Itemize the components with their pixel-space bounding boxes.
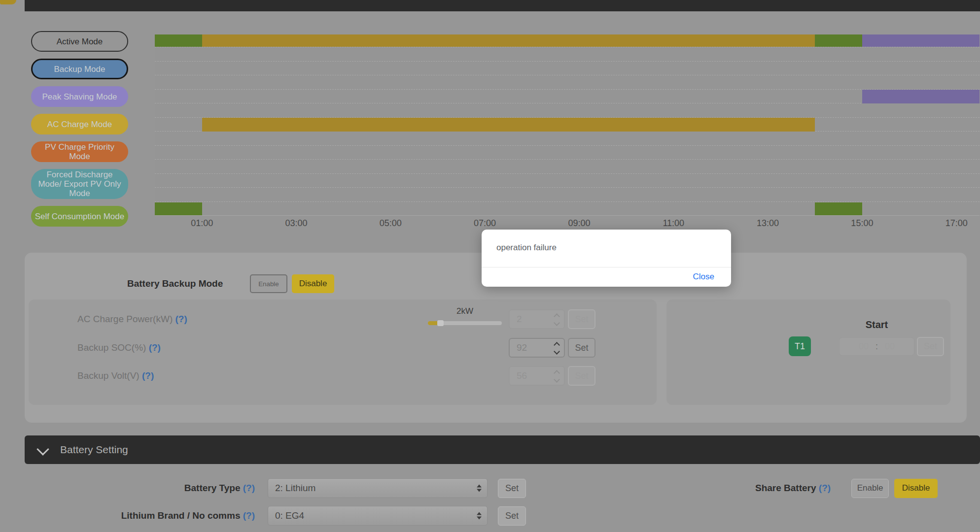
slider-value-label: 2kW [428, 306, 502, 316]
gridline [155, 61, 980, 62]
schedule-bar-self_consumption [155, 202, 202, 215]
mode-button-peak-shaving-mode[interactable]: Peak Shaving Mode [31, 86, 128, 107]
backup-volt-label: Backup Volt(V) (?) [77, 365, 154, 387]
battery-type-select[interactable]: 2: Lithium [268, 478, 488, 498]
share-battery-help-icon[interactable]: (?) [819, 483, 831, 493]
slider-fill [428, 321, 438, 325]
stepper-arrows[interactable] [552, 313, 561, 327]
slider-handle[interactable] [437, 320, 444, 326]
chevron-down-icon [36, 443, 49, 455]
gridline [155, 159, 980, 160]
schedule-bar-peak_shaving [862, 90, 980, 103]
backup-volt-help-icon[interactable]: (?) [142, 370, 154, 381]
share-battery-label: Share Battery (?) [755, 483, 831, 494]
axis-tick: 15:00 [851, 218, 873, 229]
axis-tick: 05:00 [380, 218, 402, 229]
backup-volt-row: Backup Volt(V) (?) Set [29, 365, 657, 387]
battery-setting-title: Battery Setting [60, 435, 128, 464]
lithium-brand-set-button[interactable]: Set [498, 506, 526, 526]
backup-timer-panel: Start T1 00 : 00 Set [666, 299, 950, 405]
mode-button-self-consumption-mode[interactable]: Self Consumption Mode [31, 206, 128, 227]
schedule-bar-self_consumption [155, 34, 202, 47]
lithium-brand-label: Lithium Brand / No comms (?) [25, 505, 255, 526]
backup-soc-label: Backup SOC(%) (?) [77, 337, 161, 359]
collapsed-section-header-bar[interactable] [25, 0, 980, 11]
mode-button-backup-mode[interactable]: Backup Mode [31, 59, 128, 79]
mode-button-active-mode[interactable]: Active Mode [31, 31, 128, 52]
start-time-input[interactable]: 00 : 00 [839, 337, 914, 356]
start-time-set-button[interactable]: Set [917, 337, 944, 356]
gridline [155, 75, 980, 75]
dialog-close-button[interactable]: Close [693, 272, 714, 282]
ac-charge-power-label: AC Charge Power(kW) (?) [77, 308, 187, 330]
app-page: Active Mode Backup Mode Peak Shaving Mod… [0, 0, 980, 532]
axis-tick: 13:00 [757, 218, 779, 229]
gridline [155, 89, 980, 90]
start-hour-value[interactable]: 00 [859, 341, 869, 352]
battery-setting-section-header[interactable]: Battery Setting [25, 435, 980, 464]
ac-charge-power-row: AC Charge Power(kW) (?) 2kW Set [29, 308, 657, 330]
backup-parameters-panel: AC Charge Power(kW) (?) 2kW Set Backup S… [29, 299, 657, 405]
lithium-brand-row: Lithium Brand / No comms (?) 0: EG4 Set [25, 505, 980, 527]
schedule-bar-self_consumption [815, 34, 862, 47]
mode-button-column: Active Mode Backup Mode Peak Shaving Mod… [31, 31, 128, 227]
schedule-bar-ac_charge [202, 34, 815, 47]
dialog-divider [482, 267, 731, 267]
backup-soc-row: Backup SOC(%) (?) Set [29, 337, 657, 359]
time-axis: 01:0003:0005:0007:0009:0011:0013:0015:00… [155, 218, 980, 230]
gridline [155, 145, 980, 146]
battery-type-label: Battery Type (?) [25, 478, 255, 499]
axis-tick: 09:00 [568, 218, 590, 229]
gridline [155, 103, 980, 103]
schedule-bar-peak_shaving [862, 34, 980, 47]
mode-button-forced-discharge-mode[interactable]: Forced Discharge Mode/ Export PV Only Mo… [31, 169, 128, 199]
battery-backup-enable-button[interactable]: Enable [250, 274, 287, 293]
select-arrows-icon [477, 512, 482, 520]
axis-tick: 01:00 [191, 218, 213, 229]
lithium-brand-help-icon[interactable]: (?) [243, 510, 255, 521]
gridline [155, 201, 980, 202]
schedule-bar-self_consumption [815, 202, 862, 215]
backup-soc-set-button[interactable]: Set [568, 338, 595, 358]
schedule-chart [155, 34, 980, 216]
mode-button-pv-charge-priority-mode[interactable]: PV Charge Priority Mode [31, 141, 128, 162]
start-time-title: Start [839, 319, 914, 331]
axis-tick: 11:00 [663, 218, 684, 229]
ac-charge-power-slider: 2kW [428, 308, 502, 330]
schedule-bar-ac_charge [202, 118, 815, 132]
lithium-brand-select[interactable]: 0: EG4 [268, 506, 488, 526]
time-colon: : [875, 341, 878, 352]
axis-tick: 17:00 [945, 218, 968, 229]
timer-slot-t1-badge[interactable]: T1 [789, 336, 811, 356]
select-arrows-icon [477, 485, 482, 492]
gridline [155, 173, 980, 174]
battery-backup-disable-button[interactable]: Disable [292, 274, 334, 293]
share-battery-enable-button[interactable]: Enable [851, 479, 889, 498]
dialog-message: operation failure [496, 243, 557, 253]
stepper-arrows[interactable] [552, 369, 561, 383]
axis-tick: 03:00 [285, 218, 307, 229]
battery-backup-mode-label: Battery Backup Mode [127, 274, 223, 293]
battery-type-row: Battery Type (?) 2: Lithium Set Share Ba… [25, 478, 980, 499]
gridline [155, 47, 980, 47]
start-minute-value[interactable]: 00 [885, 341, 895, 352]
battery-type-help-icon[interactable]: (?) [243, 483, 255, 493]
ac-charge-power-set-button[interactable]: Set [568, 309, 595, 329]
gridline [155, 187, 980, 188]
stepper-arrows[interactable] [552, 341, 561, 355]
backup-volt-set-button[interactable]: Set [568, 366, 595, 386]
operation-failure-dialog: operation failure Close [482, 230, 731, 287]
backup-soc-help-icon[interactable]: (?) [149, 342, 161, 353]
share-battery-group: Share Battery (?) Enable Disable [755, 478, 938, 499]
share-battery-disable-button[interactable]: Disable [894, 479, 938, 498]
ac-charge-power-help-icon[interactable]: (?) [175, 314, 187, 324]
mode-button-ac-charge-mode[interactable]: AC Charge Mode [31, 114, 128, 134]
battery-type-set-button[interactable]: Set [498, 479, 526, 498]
axis-tick: 07:00 [474, 218, 496, 229]
clipped-gold-button-fragment [0, 0, 16, 4]
